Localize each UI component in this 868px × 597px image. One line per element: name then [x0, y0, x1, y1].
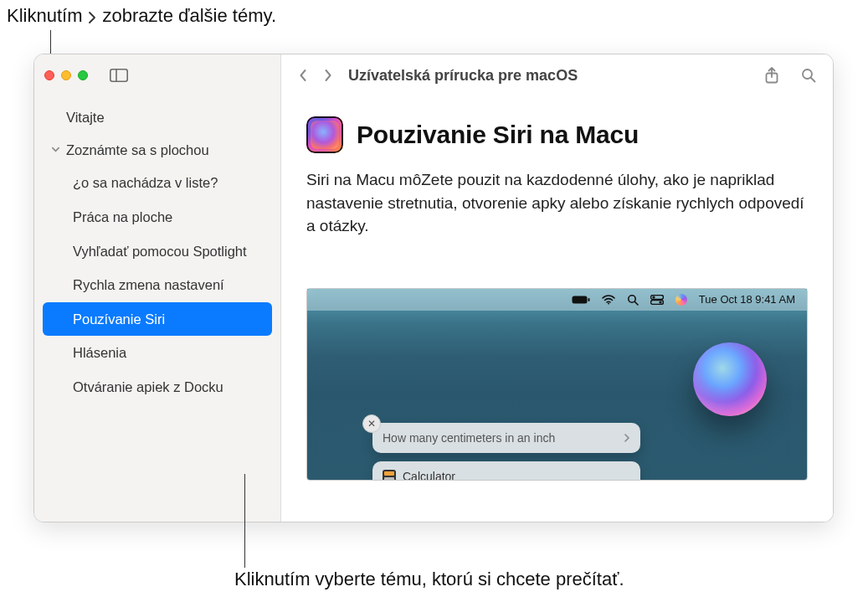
callout-leader-line: [244, 474, 245, 568]
nav-item-label: Rychla zmena nastavení: [73, 276, 224, 294]
nav-item-label: Zoznámte sa s plochou: [66, 142, 209, 159]
nav-forward-button[interactable]: [318, 64, 338, 86]
zoom-window-button[interactable]: [78, 70, 88, 80]
nav-item-label: Vitajte: [66, 109, 105, 126]
nav-subitem-siri[interactable]: Pouzívanie Siri: [43, 302, 272, 337]
window-controls: [44, 70, 88, 80]
nav-item-label: Hlásenia: [73, 344, 126, 362]
close-window-button[interactable]: [44, 70, 54, 80]
nav-subitem-notifications[interactable]: Hlásenia: [43, 336, 272, 370]
svg-rect-5: [572, 296, 587, 303]
siri-app-icon: [306, 116, 343, 153]
svg-point-3: [803, 69, 812, 79]
menubar-datetime: Tue Oct 18 9:41 AM: [699, 293, 795, 306]
chevron-right-icon: [87, 11, 97, 24]
chevron-right-icon: [624, 434, 630, 442]
nav-subitem-open-apps-dock[interactable]: Otváranie apiek z Docku: [43, 370, 272, 404]
nav-item-label: Otváranie apiek z Docku: [73, 378, 223, 396]
magnifier-icon: [627, 294, 639, 306]
nav-subitem-menubar[interactable]: ¿o sa nachádza v liste?: [43, 166, 272, 200]
svg-rect-0: [110, 69, 127, 81]
svg-rect-6: [588, 298, 589, 301]
external-callout-top: Kliknutím zobrazte ďalšie témy.: [7, 5, 276, 27]
callout-text: Kliknutím: [7, 5, 82, 27]
siri-result-label: Calculator: [403, 470, 455, 481]
siri-question-card: ✕ How many centimeters in an inch: [372, 423, 640, 453]
nav-subitem-quick-settings[interactable]: Rychla zmena nastavení: [43, 268, 272, 302]
close-bubble-icon: ✕: [362, 414, 381, 433]
main-toolbar: Uzívatelská prírucka pre macOS: [281, 54, 833, 96]
illustration: Click to close the Siri window. Click th…: [306, 288, 808, 481]
nav-item-desktop-intro[interactable]: Zoznámte sa s plochou: [43, 134, 272, 167]
callout-text: zobrazte ďalšie témy.: [102, 5, 276, 27]
illus-desktop: Tue Oct 18 9:41 AM ✕ How many centimeter…: [306, 288, 808, 481]
svg-point-11: [652, 296, 655, 298]
nav-subitem-spotlight[interactable]: Vyhľadať pomocou Spotlight: [43, 234, 272, 269]
battery-icon: [572, 295, 590, 305]
main-pane: Uzívatelská prírucka pre macOS Pouzivani…: [281, 54, 833, 522]
sidebar-toggle-icon: [110, 69, 128, 82]
topic-nav: Vitajte Zoznámte sa s plochou ¿o sa nach…: [34, 96, 280, 404]
svg-point-7: [608, 302, 609, 304]
siri-orb: [693, 342, 767, 416]
help-viewer-window: Vitajte Zoznámte sa s plochou ¿o sa nach…: [33, 54, 834, 522]
external-callout-bottom: Kliknutím vyberte tému, ktorú si chcete …: [234, 569, 624, 590]
chevron-right-icon: [323, 68, 333, 83]
minimize-window-button[interactable]: [61, 70, 71, 80]
nav-item-label: ¿o sa nachádza v liste?: [73, 174, 218, 192]
siri-menubar-icon: [675, 294, 687, 306]
chevron-left-icon: [298, 68, 308, 83]
nav-subitem-desktop-work[interactable]: Práca na ploche: [43, 200, 272, 234]
chevron-down-icon[interactable]: [51, 145, 61, 154]
illus-menubar: Tue Oct 18 9:41 AM: [307, 289, 807, 311]
share-icon: [764, 67, 779, 84]
nav-item-label: Práca na ploche: [73, 208, 172, 226]
control-center-icon: [650, 295, 664, 305]
calculator-app-icon: [383, 470, 396, 481]
share-button[interactable]: [759, 64, 784, 87]
nav-back-button[interactable]: [293, 64, 313, 86]
wifi-icon: [602, 295, 615, 305]
siri-result-card: Calculator: [372, 461, 640, 481]
page-intro-paragraph: Siri na Macu môZete pouzit na kazdodenné…: [306, 168, 808, 238]
search-button[interactable]: [796, 64, 821, 86]
siri-question-text: How many centimeters in an inch: [383, 431, 617, 445]
svg-line-4: [811, 78, 815, 82]
sidebar-toggle-button[interactable]: [105, 64, 133, 86]
sidebar-toolbar: [34, 54, 280, 96]
toolbar-title: Uzívatelská prírucka pre macOS: [343, 67, 754, 85]
sidebar: Vitajte Zoznámte sa s plochou ¿o sa nach…: [34, 54, 281, 522]
svg-line-9: [634, 301, 638, 305]
page-title: Pouzivanie Siri na Macu: [357, 121, 639, 149]
svg-point-13: [659, 301, 661, 303]
nav-item-label: Vyhľadať pomocou Spotlight: [73, 243, 247, 260]
nav-item-label: Pouzívanie Siri: [73, 311, 165, 328]
page-header: Pouzivanie Siri na Macu: [306, 116, 808, 153]
search-icon: [801, 68, 816, 83]
article-content: Pouzivanie Siri na Macu Siri na Macu môZ…: [281, 96, 833, 481]
nav-item-welcome[interactable]: Vitajte: [43, 101, 272, 134]
